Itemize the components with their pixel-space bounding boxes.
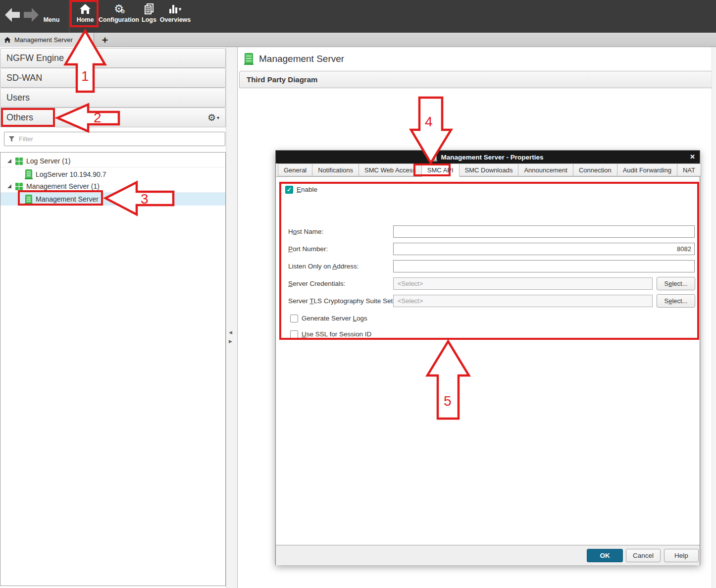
chevron-down-icon: ▾ xyxy=(179,6,182,12)
hamburger-icon xyxy=(45,2,58,16)
filter-funnel-icon xyxy=(8,136,15,142)
generate-logs-label: Generate Server Logs xyxy=(302,314,367,323)
dialog-button-bar: OK Cancel Help xyxy=(276,545,700,565)
generate-logs-checkbox[interactable] xyxy=(290,315,298,322)
tls-select-button[interactable]: Select... xyxy=(657,294,695,308)
sidebar-section-ngfw-engine[interactable]: NGFW Engine xyxy=(0,48,226,68)
menu-label: Menu xyxy=(44,16,60,23)
server-icon xyxy=(432,154,437,161)
sidebar-section-sd-wan[interactable]: SD-WAN xyxy=(0,68,226,88)
host-name-field[interactable] xyxy=(393,225,695,238)
menu-button[interactable]: Menu xyxy=(41,2,62,23)
overviews-label: Overviews xyxy=(160,16,191,23)
home-label: Home xyxy=(77,16,94,23)
tab-smc-downloads[interactable]: SMC Downloads xyxy=(460,163,519,176)
logs-icon xyxy=(145,2,153,16)
tab-label: Management Server xyxy=(14,36,81,44)
sidebar: NGFW Engine SD-WAN Users Others ⚙ ▾ Log … xyxy=(0,47,226,588)
tab-connection[interactable]: Connection xyxy=(573,163,617,176)
home-icon xyxy=(79,2,91,16)
filter-box[interactable] xyxy=(4,132,225,146)
main-scrollbar[interactable] xyxy=(712,47,716,588)
server-icon xyxy=(245,53,253,64)
chevron-down-icon: ▾ xyxy=(217,115,219,120)
tab-audit-forwarding[interactable]: Audit Forwarding xyxy=(617,163,677,176)
host-name-label: Host Name: xyxy=(288,225,323,238)
dialog-titlebar[interactable]: Management Server - Properties ✕ xyxy=(276,151,700,163)
server-credentials-label: Server Credentials: xyxy=(288,277,346,290)
checkmark-icon: ✓ xyxy=(287,186,292,193)
document-tab-bar: Management Server ✕ + xyxy=(0,33,716,47)
tab-smc-api[interactable]: SMC API xyxy=(422,163,460,177)
tls-suite-select[interactable]: <Select> xyxy=(393,295,653,307)
logs-label: Logs xyxy=(142,16,156,23)
tree-node-management-server[interactable]: Management Server xyxy=(0,193,225,206)
tree-expander-icon[interactable] xyxy=(7,184,11,188)
tab-home-icon xyxy=(4,37,11,43)
forward-arrow-icon xyxy=(23,7,40,23)
tree-node-log-server-group[interactable]: Log Server (1) xyxy=(0,155,225,167)
sidebar-section-others[interactable]: Others ⚙ ▾ xyxy=(0,107,226,127)
bar-chart-icon: ▾ xyxy=(169,2,182,16)
gear-icon: ⚙ xyxy=(207,112,216,123)
server-credentials-select[interactable]: <Select> xyxy=(393,277,653,290)
dialog-title: Management Server - Properties xyxy=(441,154,543,161)
listen-address-field[interactable] xyxy=(393,260,695,272)
tree-node-logserver[interactable]: LogServer 10.194.90.7 xyxy=(0,168,225,180)
configuration-gear-icon: ⚙⚙ xyxy=(114,2,124,16)
tools-gear-button[interactable]: ⚙ ▾ xyxy=(207,112,219,123)
top-toolbar: Menu Home ⚙⚙ Configuration Logs ▾ Overvi… xyxy=(0,0,716,33)
home-button[interactable]: Home xyxy=(73,2,97,23)
tab-smc-web-access[interactable]: SMC Web Access xyxy=(359,163,422,176)
tree-expander-icon[interactable] xyxy=(7,159,11,163)
back-arrow-icon[interactable] xyxy=(4,7,21,23)
tab-management-server[interactable]: Management Server ✕ xyxy=(0,33,94,47)
tab-nat[interactable]: NAT xyxy=(677,163,701,176)
credentials-select-button[interactable]: Select... xyxy=(657,277,695,290)
new-tab-button[interactable]: + xyxy=(99,33,111,47)
port-number-field[interactable] xyxy=(393,243,695,255)
properties-dialog: Management Server - Properties ✕ General… xyxy=(275,150,700,565)
overviews-button[interactable]: ▾ Overviews xyxy=(158,2,192,23)
use-ssl-label: Use SSL for Session ID xyxy=(302,330,371,339)
dialog-body: ✓ Enable Host Name: Port Number: Listen … xyxy=(276,177,700,545)
dialog-close-icon[interactable]: ✕ xyxy=(690,153,695,160)
configuration-button[interactable]: ⚙⚙ Configuration xyxy=(98,2,140,23)
server-icon xyxy=(25,195,32,204)
server-group-icon xyxy=(15,158,23,165)
cancel-button[interactable]: Cancel xyxy=(626,549,661,562)
listen-address-label: Listen Only on Address: xyxy=(288,260,359,272)
expand-right-icon[interactable]: ▶ xyxy=(229,339,232,344)
server-icon xyxy=(25,169,32,179)
section-header-third-party-diagram[interactable]: Third Party Diagram xyxy=(239,71,716,88)
sidebar-section-users[interactable]: Users xyxy=(0,88,226,107)
tls-suite-label: Server TLS Cryptography Suite Set xyxy=(288,295,393,307)
enable-checkbox[interactable]: ✓ xyxy=(285,186,293,194)
configuration-label: Configuration xyxy=(99,16,139,23)
use-ssl-checkbox[interactable] xyxy=(290,330,298,338)
ok-button[interactable]: OK xyxy=(587,549,623,562)
tab-general[interactable]: General xyxy=(278,163,312,176)
help-button[interactable]: Help xyxy=(664,549,699,562)
logs-button[interactable]: Logs xyxy=(140,2,158,23)
page-title: Management Server xyxy=(245,53,344,64)
panel-splitter[interactable]: ◀ ▶ xyxy=(226,47,238,588)
element-tree: Log Server (1) LogServer 10.194.90.7 Man… xyxy=(0,152,226,586)
collapse-left-icon[interactable]: ◀ xyxy=(229,330,232,335)
filter-input[interactable] xyxy=(19,135,221,143)
toolbar-divider xyxy=(69,0,69,33)
enable-label: Enable xyxy=(297,185,317,194)
tab-announcement[interactable]: Announcement xyxy=(518,163,573,176)
tab-notifications[interactable]: Notifications xyxy=(312,163,359,176)
tree-node-management-server-group[interactable]: Management Server (1) xyxy=(0,180,225,193)
server-group-icon xyxy=(15,183,23,190)
dialog-tab-strip: General Notifications SMC Web Access SMC… xyxy=(276,163,700,177)
tab-close-icon[interactable]: ✕ xyxy=(85,37,90,44)
port-number-label: Port Number: xyxy=(288,243,328,255)
